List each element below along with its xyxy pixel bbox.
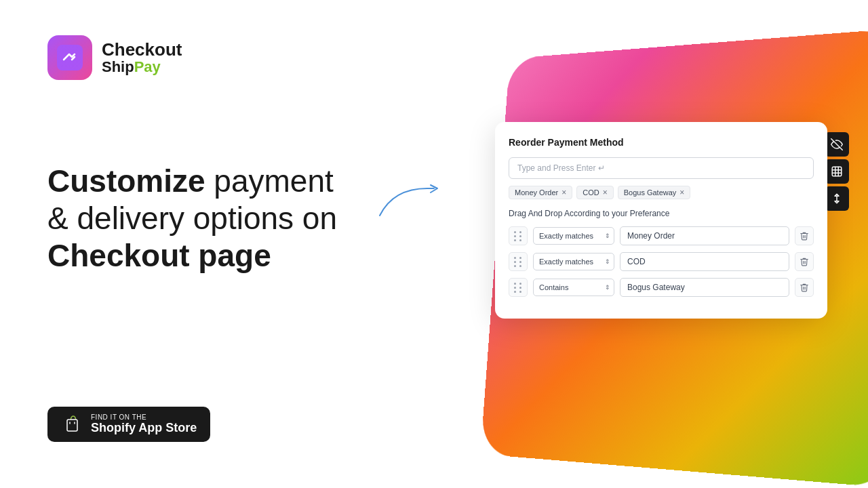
tag-money-order-close[interactable]: × [561, 188, 566, 197]
hero-line3: Checkout page [47, 237, 337, 274]
tag-cod: COD × [576, 186, 613, 199]
match-select-1[interactable]: Exactly matches Contains Starts with End… [533, 227, 614, 245]
match-select-wrapper-2: Exactly matches Contains Starts with End… [533, 253, 614, 270]
logo-ship: Ship [102, 58, 134, 75]
search-input-box[interactable]: Type and Press Enter ↵ [509, 157, 814, 179]
payment-row-3: Exactly matches Contains Starts with End… [509, 278, 814, 297]
tags-row: Money Order × COD × Bogus Gateway × [509, 186, 814, 199]
drag-handle-2[interactable] [509, 252, 528, 271]
logo: Checkout ShipPay [47, 35, 182, 80]
drag-handle-3[interactable] [509, 278, 528, 297]
shopify-find-label: FIND IT ON THE [91, 413, 197, 421]
drag-handle-dots-1 [514, 231, 523, 241]
logo-text: Checkout ShipPay [102, 40, 182, 76]
logo-icon [47, 35, 92, 80]
delete-btn-1[interactable] [795, 226, 814, 245]
trash-icon-1 [800, 231, 809, 241]
svg-rect-1 [67, 420, 77, 431]
match-select-wrapper-1: Exactly matches Contains Starts with End… [533, 227, 614, 245]
delete-btn-2[interactable] [795, 252, 814, 271]
right-toolbar [825, 132, 849, 211]
arrow-pointer [373, 182, 461, 222]
payment-row-2: Exactly matches Contains Starts with End… [509, 252, 814, 271]
drag-label: Drag And Drop According to your Preferan… [509, 209, 814, 218]
tag-bogus-gateway: Bogus Gateway × [618, 186, 691, 199]
value-input-3[interactable] [620, 278, 789, 297]
tag-cod-label: COD [583, 188, 599, 197]
hero-line1: Customize payment [47, 163, 337, 200]
hero-section: Customize payment & delivery options on … [47, 163, 337, 275]
svg-rect-3 [832, 167, 842, 176]
expand-icon [831, 165, 843, 178]
shopify-badge-text: FIND IT ON THE Shopify App Store [91, 413, 197, 435]
tag-bogus-close[interactable]: × [679, 188, 684, 197]
logo-checkout-label: Checkout [102, 40, 182, 60]
tag-money-order: Money Order × [509, 186, 572, 199]
value-input-1[interactable] [620, 226, 789, 245]
drag-handle-dots-3 [514, 283, 523, 293]
trash-icon-3 [800, 283, 809, 292]
tag-money-order-label: Money Order [515, 188, 558, 197]
eye-off-icon [831, 138, 843, 150]
svg-rect-0 [57, 45, 83, 70]
card-title: Reorder Payment Method [509, 137, 814, 148]
toolbar-eye-btn[interactable] [825, 132, 849, 157]
reorder-icon [831, 192, 843, 205]
shopify-badge[interactable]: FIND IT ON THE Shopify App Store [47, 407, 210, 442]
match-select-wrapper-3: Exactly matches Contains Starts with End… [533, 279, 614, 296]
hero-customize: Customize [47, 163, 205, 199]
hero-payment: payment [205, 163, 334, 199]
hero-line2: & delivery options on [47, 200, 337, 237]
tag-cod-close[interactable]: × [603, 188, 608, 197]
logo-svg [57, 45, 83, 70]
logo-pay: Pay [134, 58, 161, 75]
shopify-store-label: Shopify App Store [91, 421, 197, 435]
shopify-bag-icon [61, 413, 83, 435]
delete-btn-3[interactable] [795, 278, 814, 297]
toolbar-reorder-btn[interactable] [825, 186, 849, 211]
toolbar-expand-btn[interactable] [825, 159, 849, 184]
match-select-2[interactable]: Exactly matches Contains Starts with End… [533, 253, 614, 270]
tag-bogus-label: Bogus Gateway [624, 188, 677, 197]
trash-icon-2 [800, 257, 809, 266]
value-input-2[interactable] [620, 252, 789, 271]
reorder-card: Reorder Payment Method Type and Press En… [495, 122, 827, 319]
payment-row-1: Exactly matches Contains Starts with End… [509, 226, 814, 245]
drag-handle-1[interactable] [509, 226, 528, 245]
drag-handle-dots-2 [514, 257, 523, 267]
match-select-3[interactable]: Exactly matches Contains Starts with End… [533, 279, 614, 296]
search-placeholder: Type and Press Enter ↵ [517, 163, 605, 173]
logo-shippay-label: ShipPay [102, 59, 182, 75]
